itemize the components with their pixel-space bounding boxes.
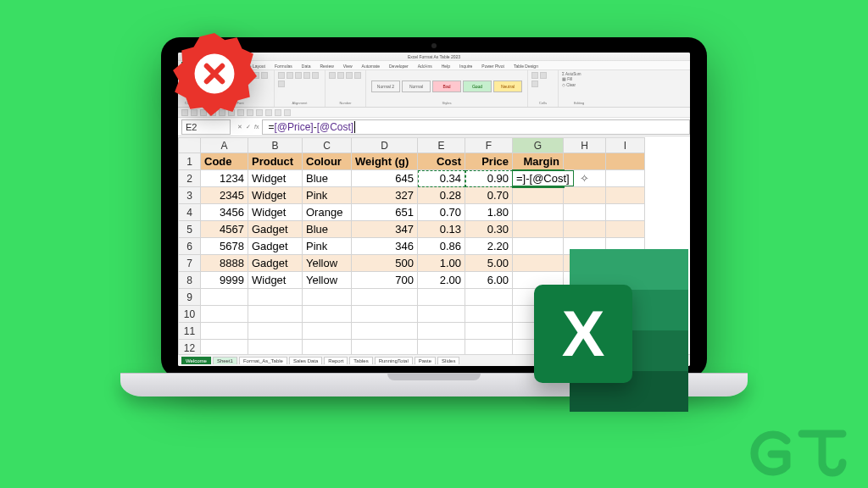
col-header[interactable]: F: [465, 138, 513, 153]
cell[interactable]: Code: [201, 153, 248, 170]
cell[interactable]: 5678: [201, 238, 248, 255]
tab-table-design[interactable]: Table Design: [510, 62, 542, 69]
cell[interactable]: 0.13: [418, 221, 465, 238]
row-header[interactable]: 2: [179, 170, 201, 187]
cell[interactable]: 327: [352, 187, 418, 204]
table-row[interactable]: 5 4567 Gadget Blue 347 0.13 0.30: [179, 221, 645, 238]
cell[interactable]: [513, 187, 564, 204]
tab-inquire[interactable]: Inquire: [456, 62, 476, 69]
cell[interactable]: Pink: [303, 187, 352, 204]
row-header[interactable]: 12: [179, 340, 201, 355]
col-header[interactable]: H: [564, 138, 606, 153]
cell[interactable]: 347: [352, 221, 418, 238]
cell[interactable]: 5.00: [465, 255, 513, 272]
cell[interactable]: Widget: [248, 272, 303, 289]
sheet-tab[interactable]: Format_As_Table: [239, 357, 287, 364]
cell[interactable]: [606, 153, 645, 170]
cell[interactable]: Blue: [303, 170, 352, 187]
cell[interactable]: [606, 170, 645, 187]
cell[interactable]: 700: [352, 272, 418, 289]
name-box[interactable]: E2: [181, 119, 231, 135]
cell[interactable]: Gadget: [248, 255, 303, 272]
cellstyle-neutral[interactable]: Neutral: [493, 80, 522, 92]
col-header[interactable]: E: [418, 138, 465, 153]
cell[interactable]: 1.00: [418, 255, 465, 272]
cancel-formula-icon[interactable]: ✕: [237, 124, 242, 130]
cell[interactable]: Weight (g): [352, 153, 418, 170]
sheet-tab[interactable]: Tables: [349, 357, 372, 364]
table-row[interactable]: 4 3456 Widget Orange 651 0.70 1.80: [179, 204, 645, 221]
cell[interactable]: Gadget: [248, 238, 303, 255]
tab-formulas[interactable]: Formulas: [271, 62, 296, 69]
cell[interactable]: [564, 187, 606, 204]
cell[interactable]: [513, 204, 564, 221]
cell[interactable]: 4567: [201, 221, 248, 238]
cell[interactable]: 2345: [201, 187, 248, 204]
tab-developer[interactable]: Developer: [386, 62, 412, 69]
cell[interactable]: 1234: [201, 170, 248, 187]
cell[interactable]: Orange: [303, 204, 352, 221]
cell[interactable]: Colour: [303, 153, 352, 170]
cell[interactable]: Blue: [303, 221, 352, 238]
cellstyle-good[interactable]: Good: [463, 80, 492, 92]
qat-icon[interactable]: [275, 109, 281, 116]
row-header[interactable]: 5: [179, 221, 201, 238]
fx-icon[interactable]: fx: [254, 124, 259, 130]
cell[interactable]: 0.86: [418, 238, 465, 255]
col-header[interactable]: B: [248, 138, 303, 153]
cell[interactable]: [606, 221, 645, 238]
cell[interactable]: 0.70: [418, 204, 465, 221]
sheet-tab[interactable]: Welcome: [181, 357, 211, 364]
tab-view[interactable]: View: [340, 62, 356, 69]
col-header[interactable]: G: [513, 138, 564, 153]
cell[interactable]: [564, 204, 606, 221]
row-header[interactable]: 10: [179, 306, 201, 323]
table-row[interactable]: 2 1234 Widget Blue 645 0.34 0.90 =]-[@Co…: [179, 170, 645, 187]
formula-bar[interactable]: =[@Price]-[@Cost]: [262, 119, 690, 135]
cell[interactable]: 0.90: [465, 170, 513, 187]
cellstyle-normal2[interactable]: Normal 2: [371, 80, 400, 92]
col-header[interactable]: I: [606, 138, 645, 153]
row-header[interactable]: 6: [179, 238, 201, 255]
cell[interactable]: 2.00: [418, 272, 465, 289]
table-row[interactable]: 3 2345 Widget Pink 327 0.28 0.70: [179, 187, 645, 204]
cell[interactable]: Product: [248, 153, 303, 170]
row-header[interactable]: 11: [179, 323, 201, 340]
cell[interactable]: Margin: [513, 153, 564, 170]
cell[interactable]: [564, 153, 606, 170]
sheet-tab[interactable]: Sales Data: [289, 357, 322, 364]
cell[interactable]: 0.70: [465, 187, 513, 204]
row-header[interactable]: 3: [179, 187, 201, 204]
fill-button[interactable]: Fill: [567, 77, 572, 81]
cell[interactable]: 346: [352, 238, 418, 255]
tab-addins[interactable]: Add-ins: [415, 62, 436, 69]
sheet-tab[interactable]: Paste: [415, 357, 436, 364]
cell[interactable]: 645: [352, 170, 418, 187]
clear-button[interactable]: Clear: [566, 83, 576, 87]
sheet-tab[interactable]: Sheet1: [213, 357, 237, 364]
row-header[interactable]: 1: [179, 153, 201, 170]
cell[interactable]: 8888: [201, 255, 248, 272]
cell-active[interactable]: 0.34: [418, 170, 465, 187]
cell[interactable]: 3456: [201, 204, 248, 221]
cell-editing[interactable]: =]-[@Cost]: [513, 170, 564, 187]
row-header[interactable]: 7: [179, 255, 201, 272]
row-header[interactable]: 9: [179, 289, 201, 306]
col-header[interactable]: D: [352, 138, 418, 153]
select-all-triangle[interactable]: [179, 138, 201, 153]
tab-help[interactable]: Help: [438, 62, 453, 69]
cell[interactable]: Gadget: [248, 221, 303, 238]
row-header[interactable]: 8: [179, 272, 201, 289]
tab-power-pivot[interactable]: Power Pivot: [478, 62, 508, 69]
cell[interactable]: [606, 187, 645, 204]
enter-formula-icon[interactable]: ✓: [246, 124, 251, 130]
qat-icon[interactable]: [265, 109, 272, 116]
sheet-tab[interactable]: Report: [324, 357, 348, 364]
cell[interactable]: 0.28: [418, 187, 465, 204]
cell[interactable]: Widget: [248, 204, 303, 221]
cell[interactable]: 2.20: [465, 238, 513, 255]
cell[interactable]: Yellow: [303, 272, 352, 289]
cell[interactable]: Widget: [248, 187, 303, 204]
tab-automate[interactable]: Automate: [359, 62, 383, 69]
cellstyle-bad[interactable]: Bad: [432, 80, 461, 92]
